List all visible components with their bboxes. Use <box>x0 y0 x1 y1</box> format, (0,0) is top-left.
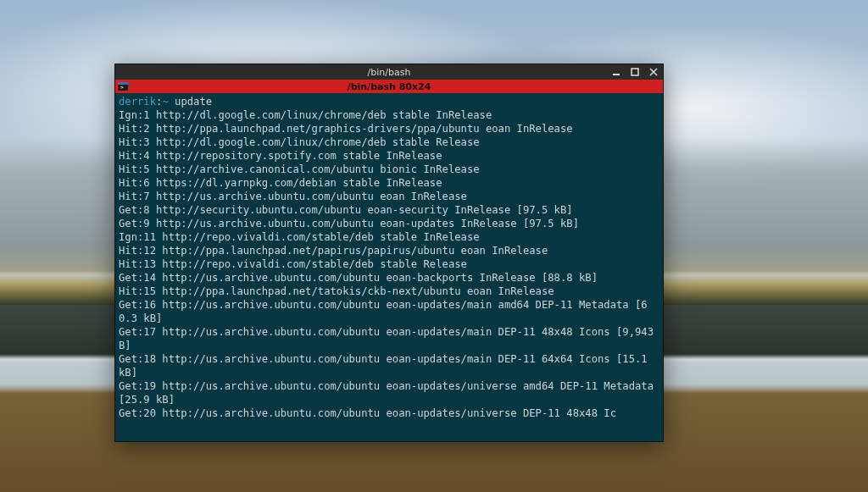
output-line: Get:14 http://us.archive.ubuntu.com/ubun… <box>119 272 598 284</box>
output-line: Get:18 http://us.archive.ubuntu.com/ubun… <box>119 353 654 379</box>
terminal-tab-title: /bin/bash 80x24 <box>348 81 431 92</box>
output-line: Ign:1 http://dl.google.com/linux/chrome/… <box>119 109 492 121</box>
output-line: Hit:13 http://repo.vivaldi.com/stable/de… <box>119 258 467 270</box>
prompt-sigil <box>169 96 175 108</box>
window-controls <box>610 64 659 80</box>
output-line: Get:19 http://us.archive.ubuntu.com/ubun… <box>119 380 659 406</box>
output-line: Ign:11 http://repo.vivaldi.com/stable/de… <box>119 231 480 243</box>
output-line: Get:20 http://us.archive.ubuntu.com/ubun… <box>119 407 616 419</box>
output-line: Get:17 http://us.archive.ubuntu.com/ubun… <box>119 326 659 351</box>
desktop-wallpaper: /bin/bash ＞ /bin/b <box>0 0 868 492</box>
window-titlebar[interactable]: /bin/bash <box>115 64 663 80</box>
output-line: Hit:12 http://ppa.launchpad.net/papirus/… <box>119 245 548 257</box>
output-line: Hit:4 http://repository.spotify.com stab… <box>119 150 442 162</box>
maximize-button[interactable] <box>629 66 641 78</box>
terminal-tabbar[interactable]: ＞ /bin/bash 80x24 <box>115 80 663 93</box>
window-title: /bin/bash <box>368 67 411 78</box>
output-line: Get:9 http://us.archive.ubuntu.com/ubunt… <box>119 218 579 229</box>
output-line: Hit:7 http://us.archive.ubuntu.com/ubunt… <box>119 191 467 202</box>
output-line: Get:8 http://security.ubuntu.com/ubuntu … <box>119 204 573 216</box>
prompt-user: derrik <box>119 96 156 108</box>
output-line: Hit:5 http://archive.canonical.com/ubunt… <box>119 163 480 175</box>
terminal-output[interactable]: derrik:~ update Ign:1 http://dl.google.c… <box>115 93 663 441</box>
svg-rect-0 <box>613 74 620 75</box>
prompt-command: update <box>175 96 212 108</box>
output-line: Hit:3 http://dl.google.com/linux/chrome/… <box>119 136 480 148</box>
close-button[interactable] <box>648 66 659 78</box>
minimize-button[interactable] <box>610 66 622 78</box>
svg-text:＞: ＞ <box>120 84 125 90</box>
svg-rect-1 <box>632 69 638 75</box>
terminal-icon: ＞ <box>117 80 129 92</box>
terminal-window: /bin/bash ＞ /bin/b <box>114 64 664 442</box>
output-line: Get:16 http://us.archive.ubuntu.com/ubun… <box>119 299 648 324</box>
output-line: Hit:6 https://dl.yarnpkg.com/debian stab… <box>119 177 442 189</box>
prompt-path: ~ <box>162 96 168 108</box>
output-line: Hit:15 http://ppa.launchpad.net/tatokis/… <box>119 285 554 297</box>
output-line: Hit:2 http://ppa.launchpad.net/graphics-… <box>119 123 573 135</box>
